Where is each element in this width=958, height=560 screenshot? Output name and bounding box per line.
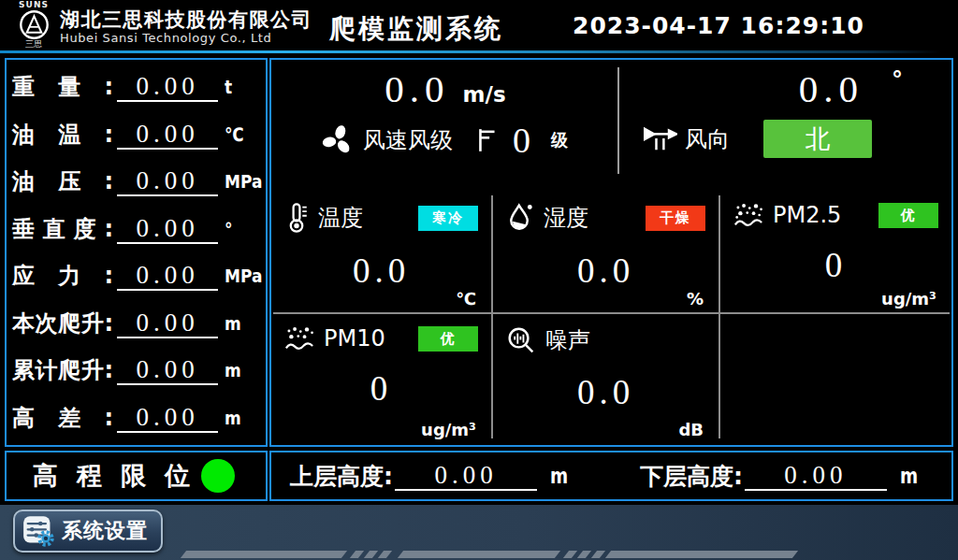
measure-row-weight: 重量: 0.00 t <box>12 64 260 111</box>
sensor-value: 0.0 <box>271 251 491 291</box>
sensor-label: 温度 <box>318 203 363 233</box>
noise-meter-icon <box>506 325 536 355</box>
upper-height-value: 0.00 <box>395 461 537 491</box>
thermometer-icon <box>284 202 309 234</box>
measure-unit: t <box>225 76 254 98</box>
wind-speed-section: 0.0 m/s 风速风级 <box>271 60 619 191</box>
logo-suns-text: SUNS <box>11 1 56 9</box>
system-settings-label: 系统设置 <box>62 517 148 545</box>
measure-unit: m <box>225 312 254 335</box>
lower-height-value: 0.00 <box>745 461 887 491</box>
datetime-display: 2023-04-17 16:29:10 <box>573 12 864 39</box>
wind-level-value: 0 <box>513 122 530 159</box>
measure-unit: m <box>225 407 254 429</box>
measure-value: 0.00 <box>117 120 218 150</box>
sensor-cell-pm10: PM10 优 0 ug/m³ <box>271 314 491 443</box>
measure-label: 应力: <box>12 261 113 291</box>
sensor-label: 噪声 <box>545 325 590 355</box>
sensor-value: 0.0 <box>493 251 718 291</box>
sensor-unit: dB <box>678 420 704 439</box>
water-drop-icon <box>506 202 534 234</box>
measure-row-oil-temp: 油温: 0.00 ℃ <box>12 111 260 159</box>
system-settings-button[interactable]: 系统设置 <box>13 510 163 553</box>
sensor-cell-pm25: PM2.5 优 0 ug/m³ <box>720 191 951 312</box>
sensor-value: 0.0 <box>493 372 718 412</box>
measure-label: 油压: <box>12 166 113 196</box>
header-divider <box>0 50 941 53</box>
measure-unit: m <box>225 359 254 381</box>
sensor-value: 0 <box>271 368 491 409</box>
sensor-label: PM10 <box>324 325 385 352</box>
company-logo: SUNS 三思 <box>11 1 56 51</box>
company-name-cn: 湖北三思科技股份有限公司 <box>60 7 312 33</box>
climbing-formwork-monitor-screen: SUNS 三思 湖北三思科技股份有限公司 Hubei Sansi Technol… <box>0 0 958 560</box>
measure-value: 0.00 <box>117 403 218 433</box>
wind-direction-section: 0.0 ° 风向 北 <box>619 60 951 191</box>
temperature-status-badge: 寒冷 <box>418 206 478 231</box>
pm25-status-badge: 优 <box>878 203 938 228</box>
measure-value: 0.00 <box>117 166 218 196</box>
footer-decoration <box>183 551 795 558</box>
upper-height-unit: m <box>550 464 568 488</box>
wind-direction-value: 0.0 <box>799 67 864 110</box>
upper-height-label: 上层高度: <box>290 461 393 492</box>
wind-speed-unit: m/s <box>463 82 506 107</box>
sensor-unit: ℃ <box>456 289 476 309</box>
lower-height-label: 下层高度: <box>640 461 743 492</box>
sensor-cell-empty <box>720 314 951 443</box>
measure-row-height-diff: 高差: 0.00 m <box>12 395 260 442</box>
measure-value: 0.00 <box>117 72 218 102</box>
particles-icon <box>284 325 314 352</box>
measure-label: 累计爬升: <box>12 355 113 385</box>
logo-cn-text: 三思 <box>11 40 56 49</box>
wind-direction-label: 风向 <box>685 124 730 154</box>
measure-unit: ℃ <box>225 123 254 146</box>
measure-value: 0.00 <box>117 355 218 385</box>
sensor-label: PM2.5 <box>773 202 841 228</box>
wind-level-icon <box>477 127 498 153</box>
measure-row-verticality: 垂直度: 0.00 ° <box>12 206 260 253</box>
measure-label: 油温: <box>12 120 113 150</box>
measure-label: 本次爬升: <box>12 309 113 338</box>
sensor-unit: ug/m³ <box>881 289 936 309</box>
humidity-status-badge: 干燥 <box>646 206 705 231</box>
measurements-panel: 重量: 0.00 t 油温: 0.00 ℃ 油压: 0.00 MPa 垂直度: … <box>5 58 268 447</box>
sensor-unit: ug/m³ <box>421 420 476 439</box>
elevation-limit-status-light <box>201 459 235 493</box>
measure-label: 重量: <box>12 72 113 102</box>
measure-row-oil-pressure: 油压: 0.00 MPa <box>12 158 260 206</box>
lower-height-unit: m <box>900 464 918 488</box>
wind-vane-icon <box>644 125 677 153</box>
measure-label: 垂直度: <box>12 214 113 244</box>
fan-icon <box>320 122 356 158</box>
company-name-en: Hubei Sansi Technology Co., Ltd <box>60 31 271 45</box>
sensor-cell-noise: 噪声 0.0 dB <box>493 314 718 443</box>
sensor-label: 湿度 <box>544 203 588 233</box>
particles-icon <box>733 202 763 228</box>
sensor-value: 0 <box>720 245 951 285</box>
lower-height-group: 下层高度: 0.00 m <box>640 461 922 492</box>
elevation-limit-label: 高程限位 <box>33 459 190 493</box>
sensor-cell-humidity: 湿度 干燥 0.0 % <box>493 191 718 312</box>
measure-unit: ° <box>225 218 254 240</box>
wind-speed-value: 0.0 <box>385 67 449 110</box>
settings-sliders-gear-icon <box>22 515 54 547</box>
measure-row-total-climb: 累计爬升: 0.00 m <box>12 347 260 395</box>
environment-panel: 0.0 m/s 风速风级 <box>269 58 953 447</box>
page-title: 爬模监测系统 <box>329 11 503 47</box>
sensor-unit: % <box>687 289 704 309</box>
elevation-limit-panel: 高程限位 <box>5 451 268 501</box>
measure-unit: MPa <box>225 170 254 193</box>
wind-direction-unit: ° <box>892 67 903 93</box>
logo-icon <box>19 9 50 40</box>
sensor-cell-temperature: 温度 寒冷 0.0 ℃ <box>271 191 491 312</box>
upper-height-group: 上层高度: 0.00 m <box>290 461 573 492</box>
measure-row-current-climb: 本次爬升: 0.00 m <box>12 300 260 348</box>
measure-value: 0.00 <box>117 309 218 338</box>
wind-direction-button[interactable]: 北 <box>763 120 872 158</box>
measure-value: 0.00 <box>117 214 218 244</box>
footer-bar: 系统设置 <box>0 505 958 560</box>
pm10-status-badge: 优 <box>418 326 478 352</box>
layer-heights-panel: 上层高度: 0.00 m 下层高度: 0.00 m <box>269 451 953 501</box>
measure-unit: MPa <box>225 265 254 287</box>
